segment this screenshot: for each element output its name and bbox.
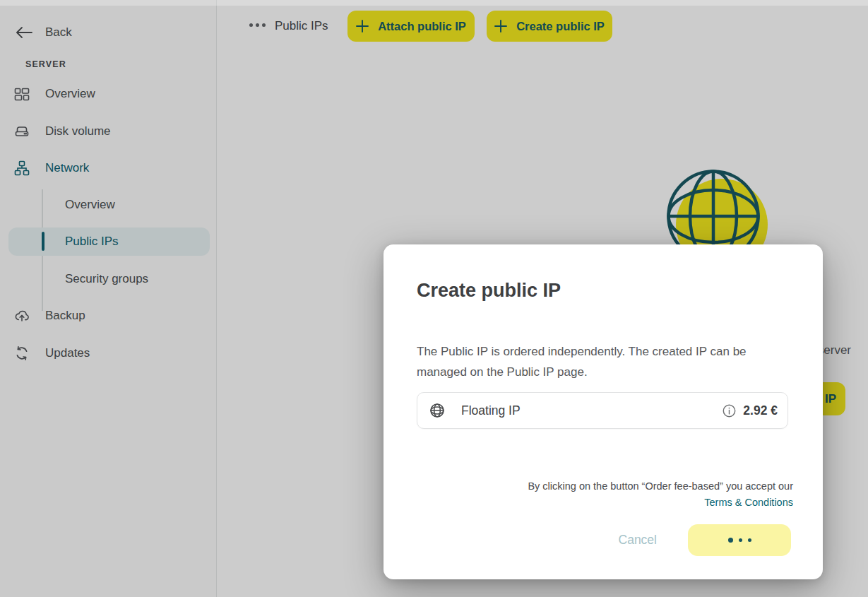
price-label: 2.92 € bbox=[743, 403, 778, 418]
terms-text: By clicking on the button “Order fee-bas… bbox=[528, 478, 793, 495]
terms-link[interactable]: Terms & Conditions bbox=[528, 495, 793, 511]
ip-type-label: Floating IP bbox=[461, 403, 521, 418]
loading-dot bbox=[728, 538, 733, 543]
ip-type-select[interactable]: Floating IP 2.92 € bbox=[417, 392, 788, 429]
create-public-ip-dialog: Create public IP The Public IP is ordere… bbox=[384, 244, 823, 579]
window-top-strip bbox=[0, 0, 868, 6]
app-screen: Back SERVER Overview Disk volume Network… bbox=[0, 0, 868, 597]
loading-dot bbox=[739, 538, 742, 542]
dialog-footer: Cancel bbox=[614, 524, 791, 556]
cancel-button[interactable]: Cancel bbox=[614, 532, 661, 548]
order-fee-based-button-loading[interactable] bbox=[688, 524, 791, 556]
info-icon[interactable] bbox=[722, 403, 737, 418]
dialog-title: Create public IP bbox=[417, 278, 561, 302]
dialog-description: The Public IP is ordered independently. … bbox=[417, 341, 798, 382]
loading-dot bbox=[748, 538, 751, 542]
globe-icon bbox=[429, 402, 446, 419]
terms-notice: By clicking on the button “Order fee-bas… bbox=[528, 478, 793, 511]
